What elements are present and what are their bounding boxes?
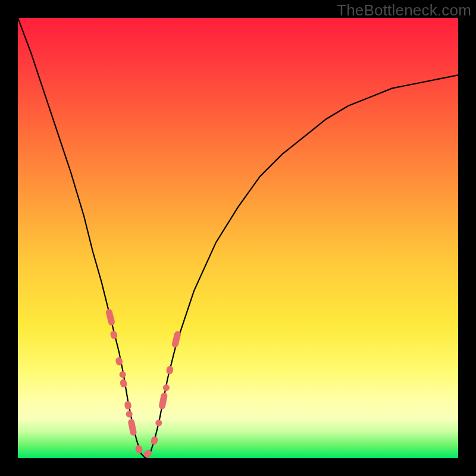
- marker-pill: [105, 308, 115, 326]
- marker-pill: [127, 418, 137, 436]
- marker-dot: [120, 371, 126, 378]
- marker-pill: [120, 378, 128, 388]
- marker-pill: [165, 365, 174, 375]
- marker-pill: [158, 392, 168, 410]
- marker-dot: [155, 419, 162, 426]
- watermark-text: TheBottleneck.com: [337, 1, 471, 20]
- plot-area: [18, 18, 458, 458]
- marker-pill: [109, 330, 118, 340]
- marker-pill: [171, 330, 181, 348]
- chart-frame: TheBottleneck.com: [0, 0, 476, 476]
- marker-dot: [126, 411, 133, 418]
- marker-pill: [150, 436, 159, 446]
- marker-pill: [124, 400, 131, 410]
- bottleneck-curve: [18, 18, 458, 458]
- marker-pill: [134, 444, 143, 455]
- curve-svg: [18, 18, 458, 458]
- highlight-markers: [105, 308, 181, 459]
- marker-dot: [163, 384, 170, 391]
